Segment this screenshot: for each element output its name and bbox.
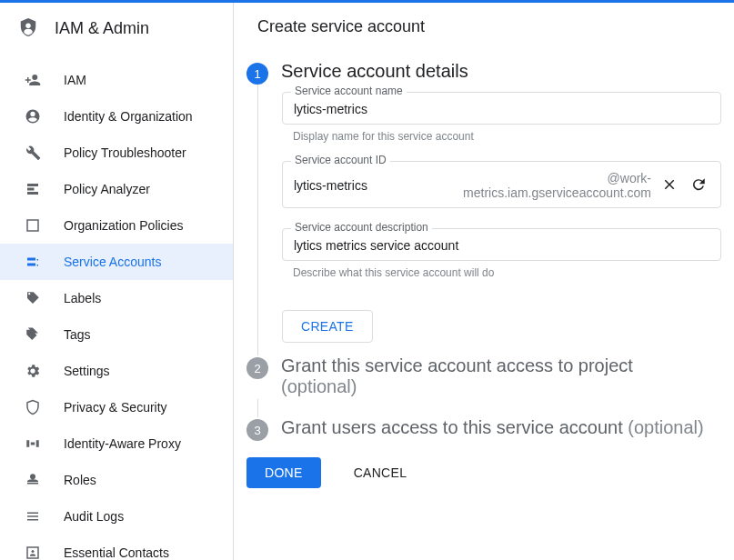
sidebar-item-identity-aware-proxy[interactable]: Identity-Aware Proxy [0,425,233,462]
tag-icon [24,289,42,307]
name-field-label: Service account name [291,85,407,97]
svg-point-1 [32,550,35,553]
footer-buttons: DONE CANCEL [246,457,721,488]
sidebar-item-settings[interactable]: Settings [0,353,233,389]
proxy-icon [24,435,42,453]
step-3-header[interactable]: 3 Grant users access to this service acc… [246,417,721,441]
person-add-icon [24,71,42,89]
sidebar-item-label: Organization Policies [64,218,184,233]
layout-columns: IAM & Admin IAM Identity & Organization … [0,3,734,560]
document-icon [24,216,42,235]
list-icon [24,507,42,525]
sidebar-header: IAM & Admin [0,3,233,55]
sidebar-item-label: Audit Logs [64,509,124,524]
sidebar-item-label: Privacy & Security [64,400,167,415]
step-2-number: 2 [246,357,268,379]
step-3-number: 3 [246,419,268,441]
sidebar-item-label: Roles [64,473,96,487]
sidebar-item-label: Essential Contacts [64,545,169,560]
page-title: Create service account [234,3,734,52]
sidebar-item-roles[interactable]: Roles [0,462,233,498]
refresh-icon [690,176,707,195]
step-2-header[interactable]: 2 Grant this service account access to p… [246,355,721,399]
roles-icon [24,471,42,489]
sidebar-item-label: Settings [64,364,110,378]
step-1-header: 1 Service account details [246,61,721,85]
sidebar-item-label: Policy Troubleshooter [64,145,186,160]
sidebar-item-essential-contacts[interactable]: Essential Contacts [0,535,233,560]
step-3-optional: (optional) [628,417,703,437]
step-2-title: Grant this service account access to pro… [281,355,721,397]
sidebar-item-label: Identity & Organization [64,109,193,124]
sidebar-item-service-accounts[interactable]: Service Accounts [0,244,233,280]
sidebar-item-label: Tags [64,327,91,342]
sidebar-item-label: Labels [64,291,101,305]
sidebar-list: IAM Identity & Organization Policy Troub… [0,55,233,560]
sidebar-item-policy-analyzer[interactable]: Policy Analyzer [0,171,233,207]
sidebar-item-organization-policies[interactable]: Organization Policies [0,207,233,244]
sidebar-title: IAM & Admin [55,19,149,38]
service-account-name-input[interactable] [294,102,709,116]
close-icon [661,176,678,195]
step-1-content: Service account name Display name for th… [257,85,721,355]
service-account-id-input[interactable] [294,178,453,193]
refresh-id-button[interactable] [688,175,709,196]
step-2-title-text: Grant this service account access to pro… [281,355,633,375]
contacts-icon [24,544,42,560]
step-1-number: 1 [246,63,268,85]
description-field-helper: Describe what this service account will … [293,266,721,279]
service-account-description-field: Service account description [282,228,721,261]
svg-point-0 [25,23,31,28]
id-suffix-text: @work-metrics.iam.gserviceaccount.com [460,171,651,200]
tags-icon [24,325,42,344]
step-2-content [257,399,721,417]
main-pane: Create service account 1 Service account… [234,3,734,560]
service-account-description-input[interactable] [294,238,709,253]
person-circle-icon [24,107,42,125]
name-field-helper: Display name for this service account [293,130,721,143]
sidebar: IAM & Admin IAM Identity & Organization … [0,3,234,560]
cancel-button[interactable]: CANCEL [336,457,426,488]
sidebar-item-identity-organization[interactable]: Identity & Organization [0,98,233,135]
main-content: 1 Service account details Service accoun… [234,52,734,560]
service-account-name-field: Service account name [282,92,721,125]
service-account-id-field: Service account ID @work-metrics.iam.gse… [282,161,721,208]
step-3-title-text: Grant users access to this service accou… [281,417,628,437]
sidebar-item-audit-logs[interactable]: Audit Logs [0,498,233,535]
wrench-icon [24,144,42,162]
sidebar-item-policy-troubleshooter[interactable]: Policy Troubleshooter [0,135,233,171]
iam-admin-shield-icon [18,15,38,42]
service-account-icon [24,253,42,271]
step-1-title: Service account details [281,61,721,82]
step-3-title: Grant users access to this service accou… [281,417,721,438]
sidebar-item-label: IAM [64,73,86,87]
create-button[interactable]: CREATE [282,310,373,343]
gear-icon [24,362,42,380]
sidebar-item-label: Identity-Aware Proxy [64,436,181,451]
sidebar-item-privacy-security[interactable]: Privacy & Security [0,389,233,425]
sidebar-item-labels[interactable]: Labels [0,280,233,316]
done-button[interactable]: DONE [246,457,321,488]
sidebar-item-tags[interactable]: Tags [0,316,233,353]
id-field-label: Service account ID [291,154,390,166]
shield-outline-icon [24,398,42,416]
sidebar-item-iam[interactable]: IAM [0,62,233,98]
step-2-optional: (optional) [281,376,357,396]
sidebar-item-label: Policy Analyzer [64,182,150,196]
description-field-label: Service account description [291,221,432,234]
clear-id-button[interactable] [659,175,680,196]
sidebar-item-label: Service Accounts [64,255,161,269]
analyzer-icon [24,180,42,198]
